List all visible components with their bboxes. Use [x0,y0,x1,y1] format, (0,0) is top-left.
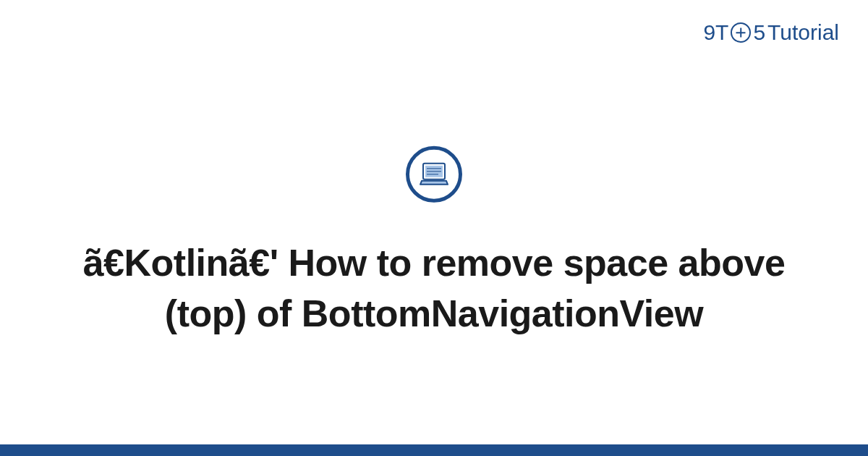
article-title: ã€Kotlinã€' How to remove space above (t… [43,237,825,339]
main-content: ã€Kotlinã€' How to remove space above (t… [0,146,868,339]
laptop-icon [419,162,449,187]
clock-icon [731,22,751,43]
logo-text-tutorial: Tutorial [767,20,839,45]
bottom-accent-bar [0,444,868,456]
logo-text-5: 5 [753,20,765,45]
site-logo[interactable]: 9T 5 Tutorial [703,20,839,45]
logo-text-9t: 9T [703,20,728,45]
laptop-icon-circle [406,146,462,203]
